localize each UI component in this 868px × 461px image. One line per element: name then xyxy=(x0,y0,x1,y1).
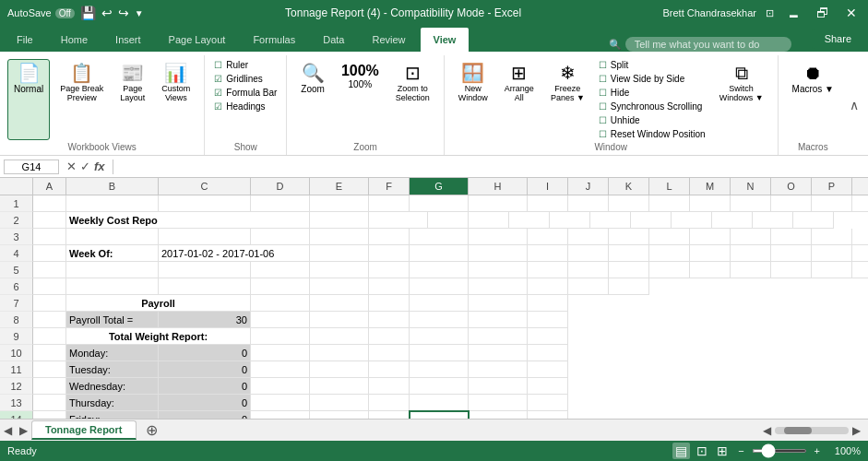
cell-o1[interactable] xyxy=(771,195,812,212)
cell-i2[interactable] xyxy=(428,212,469,229)
cell-i10[interactable] xyxy=(528,345,568,361)
cell-c6[interactable] xyxy=(159,278,251,295)
cell-e1[interactable] xyxy=(310,195,369,212)
cell-i13[interactable] xyxy=(528,395,568,411)
cell-i5[interactable] xyxy=(528,262,568,278)
cell-e4[interactable] xyxy=(310,245,369,262)
quick-access-more[interactable]: ▼ xyxy=(135,8,144,18)
cell-m4[interactable] xyxy=(690,245,731,262)
hide-checkbox[interactable]: ☐ xyxy=(599,88,607,98)
cell-f14[interactable] xyxy=(369,411,410,419)
minimize-btn[interactable]: 🗕 xyxy=(783,6,803,20)
col-header-o[interactable]: O xyxy=(771,178,812,195)
cell-j3[interactable] xyxy=(568,229,609,245)
cell-f10[interactable] xyxy=(369,345,410,361)
cell-g12[interactable] xyxy=(410,378,469,395)
cell-b5[interactable] xyxy=(66,262,159,278)
scroll-sheets-left[interactable]: ◀ xyxy=(0,424,16,437)
col-header-i[interactable]: I xyxy=(528,178,568,195)
tab-formulas[interactable]: Formulas xyxy=(240,28,308,52)
tab-file[interactable]: File xyxy=(4,28,46,52)
cell-h9[interactable] xyxy=(469,328,528,345)
cell-h7[interactable] xyxy=(469,295,528,312)
cell-a7[interactable] xyxy=(33,295,66,312)
cell-h11[interactable] xyxy=(469,361,528,378)
normal-view-btn[interactable]: 📄 Normal xyxy=(7,59,50,140)
col-header-e[interactable]: E xyxy=(310,178,369,195)
cell-f6[interactable] xyxy=(369,278,410,295)
formula-input[interactable] xyxy=(117,160,864,173)
cell-b13[interactable]: Thursday: xyxy=(66,395,159,411)
cell-f13[interactable] xyxy=(369,395,410,411)
cell-q4[interactable] xyxy=(852,245,868,262)
cell-j4[interactable] xyxy=(568,245,609,262)
cell-i3[interactable] xyxy=(528,229,568,245)
col-header-n[interactable]: N xyxy=(731,178,771,195)
cell-c8[interactable]: 30 xyxy=(159,312,251,328)
scroll-left-btn[interactable]: ◀ xyxy=(763,424,771,437)
cell-l1[interactable] xyxy=(649,195,690,212)
reset-position-checkbox[interactable]: ☐ xyxy=(599,129,607,139)
cell-c3[interactable] xyxy=(159,229,251,245)
quick-access-undo[interactable]: ↩ xyxy=(101,6,113,20)
cell-j1[interactable] xyxy=(568,195,609,212)
cell-k2[interactable] xyxy=(509,212,550,229)
page-break-btn[interactable]: 📋 Page Break Preview xyxy=(54,59,110,140)
tab-review[interactable]: Review xyxy=(359,28,418,52)
cell-h6[interactable] xyxy=(469,278,528,295)
col-header-m[interactable]: M xyxy=(690,178,731,195)
cell-a6[interactable] xyxy=(33,278,66,295)
cell-n1[interactable] xyxy=(731,195,771,212)
cell-l2[interactable] xyxy=(550,212,590,229)
view-side-checkbox[interactable]: ☐ xyxy=(599,74,607,84)
cell-c10[interactable]: 0 xyxy=(159,345,251,361)
cell-a3[interactable] xyxy=(33,229,66,245)
quick-access-save[interactable]: 💾 xyxy=(80,6,96,20)
cell-q3[interactable] xyxy=(852,229,868,245)
cell-b3[interactable] xyxy=(66,229,159,245)
cell-g3[interactable] xyxy=(410,229,469,245)
col-header-p[interactable]: P xyxy=(812,178,852,195)
cell-d3[interactable] xyxy=(251,229,310,245)
cell-b10[interactable]: Monday: xyxy=(66,345,159,361)
cell-f8[interactable] xyxy=(369,312,410,328)
cell-a1[interactable] xyxy=(33,195,66,212)
unhide-checkbox[interactable]: ☐ xyxy=(599,115,607,125)
cell-c1[interactable] xyxy=(159,195,251,212)
col-header-a[interactable]: A xyxy=(33,178,66,195)
cell-c14[interactable]: 0 xyxy=(159,411,251,419)
cell-e12[interactable] xyxy=(310,378,369,395)
cell-m5[interactable] xyxy=(690,262,731,278)
cell-e8[interactable] xyxy=(310,312,369,328)
cell-f3[interactable] xyxy=(369,229,410,245)
cell-f5[interactable] xyxy=(369,262,410,278)
formula-bar-checkbox[interactable]: ☑ xyxy=(214,88,222,98)
cell-f11[interactable] xyxy=(369,361,410,378)
cell-d6[interactable] xyxy=(251,278,310,295)
insert-function-icon[interactable]: fx xyxy=(94,160,105,173)
cell-l4[interactable] xyxy=(649,245,690,262)
page-break-status-icon[interactable]: ⊞ xyxy=(714,443,731,459)
cell-h4[interactable] xyxy=(469,245,528,262)
share-button[interactable]: Share xyxy=(812,29,864,49)
switch-windows-btn[interactable]: ⧉ Switch Windows ▼ xyxy=(713,59,770,140)
sync-scrolling-checkbox[interactable]: ☐ xyxy=(599,101,607,112)
normal-view-status-icon[interactable]: ▤ xyxy=(672,443,690,459)
cell-h10[interactable] xyxy=(469,345,528,361)
cell-c13[interactable]: 0 xyxy=(159,395,251,411)
cell-g13[interactable] xyxy=(410,395,469,411)
cell-n2[interactable] xyxy=(631,212,672,229)
cell-b12[interactable]: Wednesday: xyxy=(66,378,159,395)
cell-d11[interactable] xyxy=(251,361,310,378)
cell-rest6[interactable] xyxy=(528,278,568,295)
tab-insert[interactable]: Insert xyxy=(102,28,154,52)
cell-b14[interactable]: Friday: xyxy=(66,411,159,419)
cell-h8[interactable] xyxy=(469,312,528,328)
close-btn[interactable]: ✕ xyxy=(842,6,861,20)
ribbon-scroll-btn[interactable]: ∧ xyxy=(848,96,861,114)
col-header-h[interactable]: H xyxy=(469,178,528,195)
cell-p2[interactable] xyxy=(712,212,753,229)
cell-j5[interactable] xyxy=(568,262,609,278)
cell-a2[interactable] xyxy=(33,212,66,229)
col-header-l[interactable]: L xyxy=(649,178,690,195)
